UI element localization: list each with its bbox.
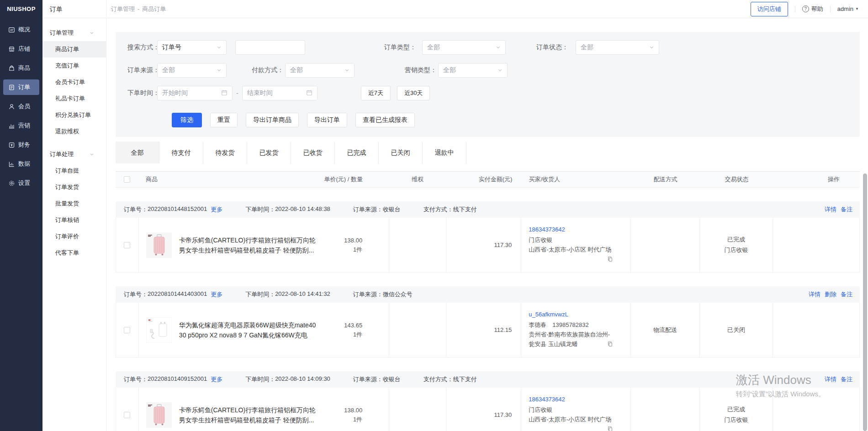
search-type-select[interactable]: 订单号 <box>157 40 227 55</box>
order-type-value: 全部 <box>427 43 440 52</box>
more-link[interactable]: 更多 <box>211 205 222 214</box>
pay-method: 线下支付 <box>453 205 477 214</box>
buyer-link[interactable]: u_56afkmvwzL <box>529 310 612 319</box>
sidebar-item-store[interactable]: 店铺 <box>3 41 39 57</box>
user-menu[interactable]: admin ▼ <box>837 5 859 12</box>
order-row: 卡帝乐鳄鱼(CARTELO)行李箱旅行箱铝框万向轮男女学生拉杆箱密码箱登机箱皮箱… <box>116 388 860 431</box>
sidebar-item-marketing[interactable]: 营销 <box>3 118 39 133</box>
more-link[interactable]: 更多 <box>211 290 222 299</box>
visit-shop-button[interactable]: 访问店铺 <box>751 2 788 16</box>
subnav-item-proxy-order[interactable]: 代客下单 <box>42 245 106 261</box>
start-time-input[interactable]: 开始时间 <box>157 86 233 100</box>
divider <box>795 6 795 12</box>
chevron-down-icon: ▼ <box>855 7 859 11</box>
remark-link[interactable]: 备注 <box>841 290 852 299</box>
topbar: 订单管理-商品订单 访问店铺 ? 帮助 admin ▼ <box>106 0 868 18</box>
row-checkbox[interactable] <box>124 327 130 333</box>
detail-link[interactable]: 详情 <box>809 290 820 299</box>
subnav-item-refund-rights[interactable]: 退款维权 <box>42 123 106 140</box>
tab-all[interactable]: 全部 <box>116 142 159 163</box>
buyer-link[interactable]: 18634373642 <box>529 225 612 234</box>
product-name: 卡帝乐鳄鱼(CARTELO)行李箱旅行箱铝框万向轮男女学生拉杆箱密码箱登机箱皮箱… <box>179 235 318 255</box>
filter-panel: 搜索方式： 订单号 订单类型： 全部 订单状态： 全部 <box>116 32 860 137</box>
operations-cell <box>773 388 859 431</box>
view-generated-report-button[interactable]: 查看已生成报表 <box>355 113 415 127</box>
filter-button[interactable]: 筛选 <box>172 113 202 127</box>
subnav-item-order-review[interactable]: 订单评价 <box>42 228 106 245</box>
copy-icon[interactable] <box>607 255 613 265</box>
sidebar-item-overview[interactable]: 概况 <box>3 22 39 37</box>
content: 搜索方式： 订单号 订单类型： 全部 订单状态： 全部 <box>106 18 868 431</box>
sidebar-item-finance[interactable]: 财务 <box>3 137 39 152</box>
buyer-line: 贵州省-黔南布依族苗族自治州-瓮安县 玉山镇龙蟠 <box>529 330 612 349</box>
sidebar-item-data[interactable]: 数据 <box>3 156 39 172</box>
order-source-label: 订单来源： <box>353 205 383 214</box>
subnav-item-member-card-orders[interactable]: 会员卡订单 <box>42 74 106 90</box>
subnav-item-batch-delivery[interactable]: 批量发货 <box>42 195 106 212</box>
delete-link[interactable]: 删除 <box>825 290 836 299</box>
subnav-item-order-verification[interactable]: 订单核销 <box>42 212 106 228</box>
tab-shipped[interactable]: 已发货 <box>247 142 291 163</box>
end-time-input[interactable]: 结束时间 <box>242 86 318 100</box>
sidebar-item-orders[interactable]: 订单 <box>3 79 39 95</box>
vertical-scrollbar[interactable] <box>863 173 867 431</box>
tab-received[interactable]: 已收货 <box>291 142 335 163</box>
order-no: 202208101448152001 <box>148 205 207 214</box>
buyer-cell: u_56afkmvwzL李德春 13985782832贵州省-黔南布依族苗族自治… <box>521 303 630 357</box>
export-order-button[interactable]: 导出订单 <box>307 113 347 127</box>
tab-refunding[interactable]: 退款中 <box>423 142 466 163</box>
pay-type-select[interactable]: 全部 <box>285 63 355 78</box>
sidebar-item-goods[interactable]: 商品 <box>3 60 39 76</box>
buyer-cell: 18634373642门店收银山西省-太原市-小店区 时代广场 <box>521 218 630 272</box>
subnav-item-points-exchange-orders[interactable]: 积分兑换订单 <box>42 107 106 123</box>
order-group: 订单号：202208101441403001更多下单时间：2022-08-10 … <box>116 286 860 357</box>
subnav-item-recharge-orders[interactable]: 充值订单 <box>42 58 106 74</box>
subnav-item-order-pickup[interactable]: 订单自提 <box>42 163 106 179</box>
row-checkbox[interactable] <box>124 242 130 248</box>
order-source-select[interactable]: 全部 <box>157 63 227 78</box>
logo: NIUSHOP <box>0 0 42 18</box>
order-status-select[interactable]: 全部 <box>576 40 659 55</box>
tab-completed[interactable]: 已完成 <box>335 142 379 163</box>
order-row: 华为氮化镓超薄充电器原装66W超级快充mate4030 p50pro X2 no… <box>116 303 860 357</box>
copy-icon[interactable] <box>607 340 613 350</box>
search-keyword-input[interactable] <box>235 40 305 55</box>
subnav-group-order-processing[interactable]: 订单处理 <box>42 146 106 163</box>
order-time: 2022-08-10 14:48:38 <box>275 205 330 214</box>
last-30-days-button[interactable]: 近30天 <box>397 86 430 100</box>
subnav-item-gift-card-orders[interactable]: 礼品卡订单 <box>42 90 106 107</box>
buyer-line: 山西省-太原市-小店区 时代广场 <box>529 245 612 254</box>
copy-icon[interactable] <box>607 425 613 431</box>
sidebar-item-settings[interactable]: 设置 <box>3 175 39 191</box>
sidebar-item-label: 店铺 <box>18 45 30 53</box>
operations-cell <box>773 303 859 357</box>
more-link[interactable]: 更多 <box>211 375 222 384</box>
buyer-line: 门店收银 <box>529 235 612 245</box>
last-7-days-button[interactable]: 近7天 <box>361 86 391 100</box>
help-button[interactable]: ? 帮助 <box>802 5 823 13</box>
remark-link[interactable]: 备注 <box>841 205 852 214</box>
order-row: 卡帝乐鳄鱼(CARTELO)行李箱旅行箱铝框万向轮男女学生拉杆箱密码箱登机箱皮箱… <box>116 218 860 273</box>
order-type-select[interactable]: 全部 <box>422 40 506 55</box>
product-cell: 卡帝乐鳄鱼(CARTELO)行李箱旅行箱铝框万向轮男女学生拉杆箱密码箱登机箱皮箱… <box>139 218 389 272</box>
row-checkbox[interactable] <box>124 412 130 418</box>
detail-link[interactable]: 详情 <box>825 205 836 214</box>
marketing-type-select[interactable]: 全部 <box>438 63 508 78</box>
sidebar-item-label: 营销 <box>18 121 30 130</box>
remark-link[interactable]: 备注 <box>841 375 852 384</box>
reset-button[interactable]: 重置 <box>210 113 238 127</box>
subnav-item-goods-orders[interactable]: 商品订单 <box>42 41 106 58</box>
sidebar-item-members[interactable]: 会员 <box>3 99 39 114</box>
goods-icon <box>8 65 15 72</box>
export-order-goods-button[interactable]: 导出订单商品 <box>246 113 299 127</box>
order-source-label: 订单来源： <box>353 290 383 299</box>
buyer-link[interactable]: 18634373642 <box>529 394 612 404</box>
subnav-group-order-management[interactable]: 订单管理 <box>42 25 106 41</box>
subnav-item-order-delivery[interactable]: 订单发货 <box>42 179 106 195</box>
tab-pending-ship[interactable]: 待发货 <box>203 142 247 163</box>
select-all-checkbox[interactable] <box>124 176 130 183</box>
detail-link[interactable]: 详情 <box>825 375 836 384</box>
main-area: 订单管理-商品订单 访问店铺 ? 帮助 admin ▼ 搜索方式 <box>106 0 868 431</box>
tab-closed[interactable]: 已关闭 <box>379 142 423 163</box>
tab-pending-pay[interactable]: 待支付 <box>159 142 203 163</box>
